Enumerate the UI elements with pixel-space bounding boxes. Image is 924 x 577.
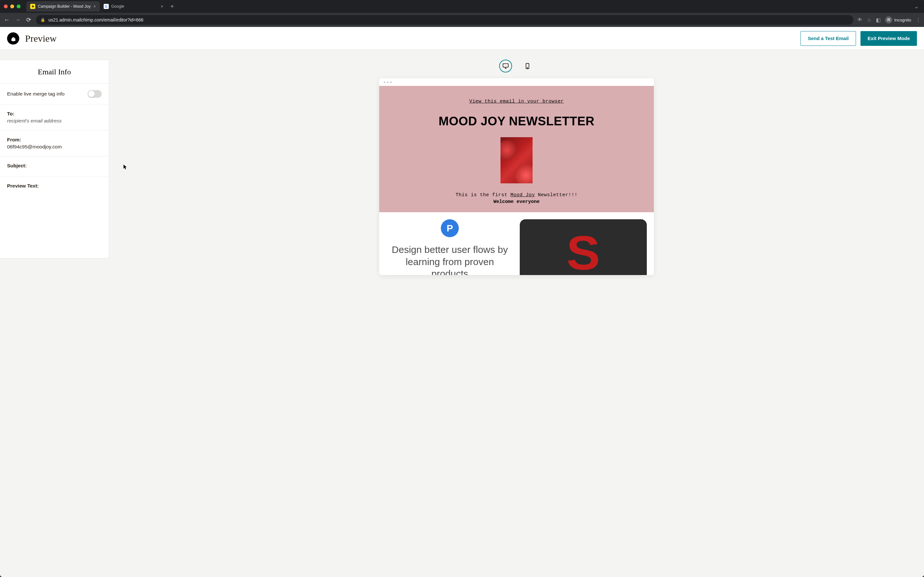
- mailchimp-favicon-icon: ✦: [30, 4, 35, 9]
- preview-area: View this email in your browser MOOD JOY…: [109, 60, 924, 577]
- button-label: Send a Test Email: [808, 35, 849, 41]
- intro-prefix: This is the first: [456, 192, 510, 198]
- cards-row: P Design better user flows by learning f…: [379, 212, 654, 275]
- back-button[interactable]: ←: [3, 17, 10, 23]
- welcome-line: Welcome everyone: [392, 199, 641, 205]
- extensions-icon[interactable]: ◧: [876, 17, 881, 23]
- reload-button[interactable]: ⟳: [25, 16, 32, 23]
- desktop-preview-button[interactable]: [499, 60, 512, 73]
- to-value: recipient's email address: [7, 118, 61, 123]
- intro-suffix: Newsletter!!!: [535, 192, 577, 198]
- from-row: From: 06f94c95@moodjoy.com: [0, 131, 109, 156]
- newsletter-hero: View this email in your browser MOOD JOY…: [379, 86, 654, 212]
- address-bar[interactable]: 🔒 us21.admin.mailchimp.com/email/editor?…: [36, 15, 853, 25]
- svg-point-1: [889, 20, 890, 21]
- email-info-sidebar: Email Info Enable live merge tag info To…: [0, 60, 109, 258]
- email-preview-frame: View this email in your browser MOOD JOY…: [379, 78, 654, 275]
- forward-button[interactable]: →: [14, 17, 21, 23]
- lock-icon: 🔒: [40, 18, 45, 22]
- browser-tabs: ✦ Campaign Builder - Mood Joy × G Google…: [26, 0, 178, 13]
- svg-rect-3: [503, 64, 509, 67]
- eye-off-icon[interactable]: 👁: [857, 17, 863, 23]
- subject-row: Subject:: [0, 156, 109, 177]
- merge-tag-label: Enable live merge tag info: [7, 91, 65, 97]
- email-body[interactable]: View this email in your browser MOOD JOY…: [379, 86, 654, 275]
- from-value: 06f94c95@moodjoy.com: [7, 144, 62, 149]
- mood-joy-link[interactable]: Mood Joy: [510, 192, 535, 198]
- tab-mailchimp[interactable]: ✦ Campaign Builder - Mood Joy ×: [26, 1, 100, 11]
- close-window-icon[interactable]: [4, 5, 8, 8]
- to-row: To: recipient's email address: [0, 105, 109, 131]
- incognito-icon: [885, 16, 892, 23]
- app-header: Preview Send a Test Email Exit Preview M…: [0, 27, 924, 50]
- preview-text-label: Preview Text:: [7, 183, 102, 189]
- browser-toolbar: ← → ⟳ 🔒 us21.admin.mailchimp.com/email/e…: [0, 13, 924, 27]
- subject-label: Subject:: [7, 163, 102, 169]
- new-tab-button[interactable]: +: [167, 3, 178, 10]
- merge-tag-toggle-row: Enable live merge tag info: [0, 84, 109, 105]
- google-favicon-icon: G: [103, 4, 109, 9]
- browser-titlebar: ✦ Campaign Builder - Mood Joy × G Google…: [0, 0, 924, 13]
- tabstrip-overflow-icon[interactable]: ⌄: [914, 3, 920, 10]
- exit-preview-button[interactable]: Exit Preview Mode: [861, 31, 917, 46]
- bookmark-icon[interactable]: ☆: [867, 17, 871, 23]
- tab-title: Campaign Builder - Mood Joy: [38, 4, 91, 9]
- window-controls: [4, 5, 21, 8]
- newsletter-title: MOOD JOY NEWSLETTER: [392, 114, 641, 128]
- from-label: From:: [7, 137, 102, 143]
- to-label: To:: [7, 111, 102, 117]
- url-text: us21.admin.mailchimp.com/email/editor?id…: [48, 17, 144, 23]
- card-s: S: [520, 219, 647, 275]
- send-test-email-button[interactable]: Send a Test Email: [800, 31, 856, 46]
- device-switcher: [499, 60, 534, 73]
- s-glyph-icon: S: [566, 226, 600, 276]
- hero-image: [501, 137, 533, 183]
- frame-window-dots: [379, 78, 654, 86]
- tab-title: Google: [111, 4, 124, 9]
- mobile-preview-button[interactable]: [521, 60, 534, 73]
- close-tab-icon[interactable]: ×: [94, 4, 96, 9]
- incognito-label: Incognito: [894, 18, 911, 23]
- desktop-icon: [502, 63, 509, 69]
- page-title: Preview: [25, 33, 57, 44]
- maximize-window-icon[interactable]: [17, 5, 21, 8]
- s-card-image: S: [520, 219, 647, 275]
- card-p-heading: Design better user flows by learning fro…: [386, 243, 513, 275]
- view-in-browser-link[interactable]: View this email in your browser: [392, 99, 641, 104]
- mailchimp-page: Preview Send a Test Email Exit Preview M…: [0, 27, 924, 577]
- kebab-menu-icon[interactable]: ⋮: [916, 17, 921, 23]
- svg-point-0: [887, 20, 889, 21]
- tab-google[interactable]: G Google ×: [100, 1, 167, 11]
- card-p: P Design better user flows by learning f…: [386, 219, 513, 275]
- preview-text-row: Preview Text:: [0, 177, 109, 197]
- merge-tag-toggle[interactable]: [87, 90, 102, 98]
- incognito-badge[interactable]: Incognito: [885, 16, 911, 23]
- button-label: Exit Preview Mode: [867, 35, 910, 41]
- mailchimp-logo-icon[interactable]: [7, 32, 19, 45]
- intro-line: This is the first Mood Joy Newsletter!!!: [392, 192, 641, 198]
- svg-point-5: [527, 68, 528, 68]
- sidebar-title: Email Info: [0, 60, 109, 84]
- close-tab-icon[interactable]: ×: [161, 4, 163, 9]
- mobile-icon: [524, 63, 531, 69]
- p-logo-icon: P: [441, 219, 459, 237]
- minimize-window-icon[interactable]: [10, 5, 14, 8]
